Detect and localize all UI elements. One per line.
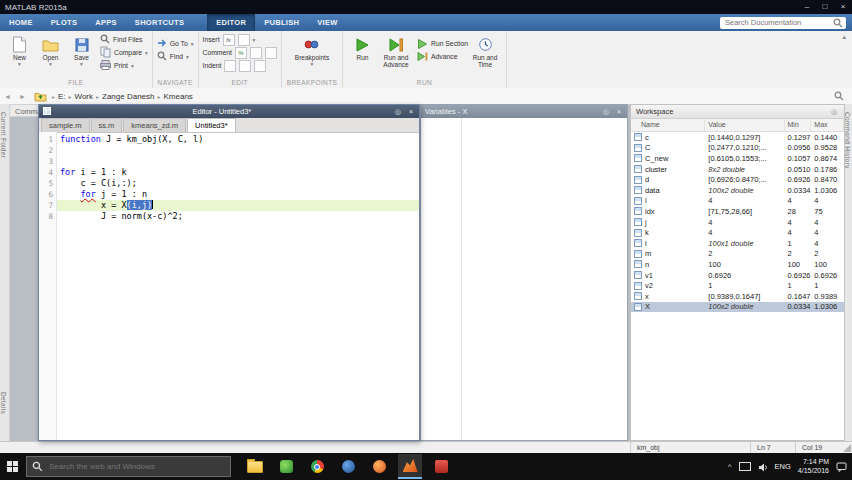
workspace-row-l[interactable]: l100x1 double14 [631,238,844,249]
taskbar-icon-matlab[interactable] [398,454,422,479]
workspace-row-n[interactable]: n100100100 [631,259,844,270]
workspace-row-x[interactable]: x[0.9389,0.1647]0.16470.9389 [631,291,844,302]
breadcrumb-segment[interactable]: Work [72,92,95,101]
close-icon[interactable]: × [407,108,415,115]
ribbon-tab-view[interactable]: VIEW [308,14,346,31]
wrap-comment-icon[interactable] [265,47,277,59]
workspace-row-d[interactable]: d[0.6926;0.8470;...0.69260.8470 [631,174,844,185]
smart-indent-icon[interactable] [224,60,236,72]
code-line-5[interactable]: c = C(i,:); [57,178,419,189]
uncomment-icon[interactable] [250,47,262,59]
editor-tab-kmeans-zd-m[interactable]: kmeans_zd.m [123,118,186,132]
workspace-row-j[interactable]: j444 [631,217,844,228]
run-button[interactable]: Run [347,33,378,61]
taskbar-search-input[interactable] [47,461,225,472]
run-and-advance-button[interactable]: Run and Advance [378,33,414,69]
tray-chevron-up-icon[interactable]: ^ [728,462,732,471]
taskbar-icon-chrome[interactable] [305,454,329,479]
advance-button[interactable]: Advance [417,50,468,63]
ribbon-tab-publish[interactable]: PUBLISH [255,14,308,31]
insert-fx-icon[interactable]: fx [223,34,235,46]
ribbon-tab-apps[interactable]: APPS [86,14,126,31]
variables-window-titlebar[interactable]: Variables - X ◎ × [421,105,627,118]
clock[interactable]: 7:14 PM 4/15/2016 [798,458,829,475]
battery-icon[interactable] [739,462,751,471]
language-indicator[interactable]: ENG [775,462,791,471]
code-line-2[interactable] [57,145,419,156]
column-header-name[interactable]: Name [631,119,705,131]
run-and-time-button[interactable]: Run and Time [468,33,502,69]
breakpoints-button[interactable]: Breakpoints ▾ [288,33,336,68]
workspace-row-c[interactable]: c[0.1440,0.1297]0.12970.1440 [631,132,844,143]
collapse-ribbon-button[interactable]: ▴ [836,31,852,43]
column-header-min[interactable]: Min [785,119,812,131]
taskbar-icon-app-green[interactable] [274,454,298,479]
ribbon-tab-editor[interactable]: EDITOR [207,14,255,31]
editor-tab-ss-m[interactable]: ss.m [91,118,123,132]
documentation-search-input[interactable] [723,17,833,28]
volume-icon[interactable] [758,458,768,476]
workspace-row-C_new[interactable]: C_new[0.6105,0.1553;...0.10570.8674 [631,153,844,164]
workspace-row-m[interactable]: m222 [631,249,844,260]
editor-titlebar[interactable]: Editor - Untitled3* ◎ × [39,105,419,118]
indent-right-icon[interactable] [239,60,251,72]
code-line-3[interactable] [57,156,419,167]
insert-section-icon[interactable] [238,34,250,46]
documentation-search-box[interactable] [720,17,846,29]
column-header-value[interactable]: Value [705,119,784,131]
code-line-7[interactable]: x = X(i,j) [57,200,419,211]
undock-icon[interactable]: ◎ [829,108,839,116]
minimize-button[interactable]: – [798,0,816,14]
breadcrumb-segment[interactable]: Zange Danesh [100,92,156,101]
command-history-minimized-tab[interactable]: Command History [844,112,851,169]
undock-icon[interactable]: ◎ [393,108,403,116]
new-button[interactable]: New ▾ [4,33,35,68]
compare-button[interactable]: Compare ▾ [100,46,148,59]
code-lines[interactable]: function J = km_obj(X, C, l)for i = 1 : … [57,132,419,440]
editor-tab-sample-m[interactable]: sample.m [41,118,90,132]
resize-grip[interactable] [843,444,851,452]
open-button[interactable]: Open ▾ [35,33,66,68]
details-minimized-tab[interactable]: Details [0,392,7,414]
taskbar-icon-app-red[interactable] [429,454,453,479]
workspace-row-C[interactable]: C[0.2477,0.1210;...0.09560.9528 [631,143,844,154]
breadcrumb-segment[interactable]: Kmeans [162,92,195,101]
comment-percent-icon[interactable]: % [235,47,247,59]
save-button[interactable]: Save ▾ [66,33,97,68]
column-header-max[interactable]: Max [811,119,844,131]
workspace-row-cluster[interactable]: cluster8x2 double0.05100.1786 [631,164,844,175]
comment-button[interactable]: Comment % [203,46,277,59]
indent-button[interactable]: Indent [203,59,267,72]
current-folder-minimized-tab[interactable]: Current Folder [0,112,7,158]
find-button[interactable]: Find ▾ [157,50,189,63]
taskbar-search-box[interactable] [26,456,231,477]
code-area[interactable]: 12345678 function J = km_obj(X, C, l)for… [39,132,419,440]
find-files-button[interactable]: Find Files [100,33,148,46]
goto-button[interactable]: Go To ▾ [157,37,194,50]
close-button[interactable]: × [834,0,852,14]
notification-center-icon[interactable] [836,458,847,476]
workspace-row-i[interactable]: i444 [631,196,844,207]
print-button[interactable]: Print ▾ [100,59,148,72]
code-line-4[interactable]: for i = 1 : k [57,167,419,178]
insert-button[interactable]: Insert fx ▾ [203,33,256,46]
workspace-row-v2[interactable]: v2111 [631,280,844,291]
taskbar-icon-app-blue[interactable] [336,454,360,479]
workspace-row-data[interactable]: data100x2 double0.03341.0306 [631,185,844,196]
taskbar-icon-file-explorer[interactable] [243,454,267,479]
code-line-8[interactable]: J = norm(x-c)^2; [57,211,419,222]
ribbon-tab-home[interactable]: HOME [0,14,42,31]
folder-search-icon[interactable] [834,91,844,101]
taskbar-icon-app-orange[interactable] [367,454,391,479]
breadcrumb-segment[interactable]: E: [56,92,68,101]
code-line-6[interactable]: for j = 1 : n [57,189,419,200]
editor-tab-untitled3-[interactable]: Untitled3* [187,118,236,132]
folder-up-icon[interactable] [34,91,47,102]
forward-arrow-icon[interactable]: ► [15,93,30,100]
workspace-header[interactable]: Workspace ◎ [631,105,844,119]
workspace-row-k[interactable]: k444 [631,227,844,238]
indent-left-icon[interactable] [254,60,266,72]
workspace-row-idx[interactable]: idx[71,75,28,66]2875 [631,206,844,217]
undock-icon[interactable]: ◎ [601,108,611,116]
ribbon-tab-plots[interactable]: PLOTS [42,14,87,31]
